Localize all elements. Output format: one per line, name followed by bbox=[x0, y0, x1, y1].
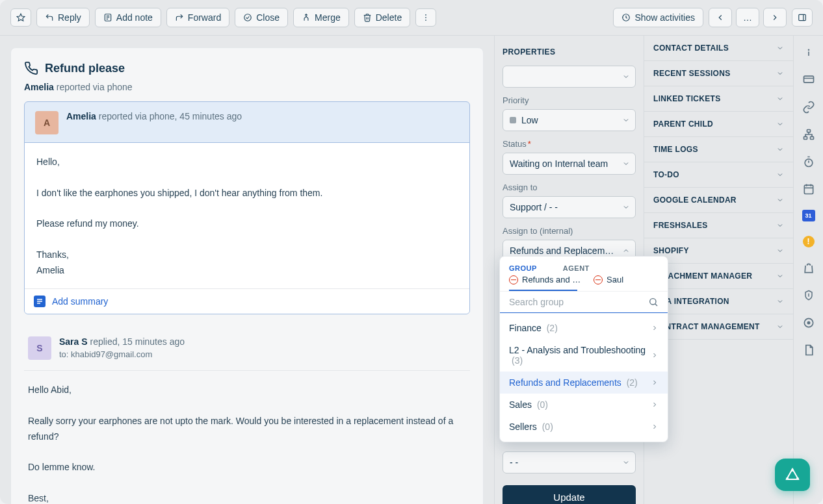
body-line: I don't like the earphones you shipped, … bbox=[36, 186, 458, 201]
more-actions-button[interactable] bbox=[415, 8, 436, 27]
chevron-down-icon bbox=[776, 171, 784, 179]
marketplace-fab[interactable] bbox=[775, 459, 810, 491]
remove-icon bbox=[594, 275, 603, 284]
reply-button[interactable]: Reply bbox=[36, 8, 90, 27]
phone-icon bbox=[24, 61, 38, 75]
close-button[interactable]: Close bbox=[235, 8, 288, 27]
reporter-name: Amelia bbox=[24, 82, 54, 92]
chevron-down-icon bbox=[776, 145, 784, 153]
accordion-recent-sessions[interactable]: RECENT SESSIONS bbox=[644, 61, 793, 86]
priority-select[interactable]: Low bbox=[503, 109, 636, 131]
hierarchy-icon[interactable] bbox=[802, 128, 815, 141]
group-option-refunds[interactable]: Refunds and Replacements (2) bbox=[500, 372, 668, 394]
jira-icon[interactable] bbox=[802, 316, 815, 329]
body-line: Thanks, bbox=[36, 247, 458, 263]
merge-label: Merge bbox=[315, 12, 341, 23]
chevron-down-icon bbox=[776, 196, 784, 204]
delete-button[interactable]: Delete bbox=[354, 8, 410, 27]
to-label: to: bbox=[59, 349, 68, 359]
to-value: khabid97@gmail.com bbox=[71, 349, 152, 359]
group-option-finance[interactable]: Finance (2) bbox=[500, 317, 668, 339]
svg-marker-0 bbox=[17, 14, 25, 21]
update-button[interactable]: Update bbox=[503, 485, 636, 504]
svg-rect-21 bbox=[810, 136, 813, 139]
document-icon[interactable] bbox=[802, 344, 815, 357]
body-line: Really sorry your earphones are not upto… bbox=[28, 414, 458, 445]
page-indicator[interactable]: … bbox=[736, 8, 759, 27]
chevron-right-icon bbox=[651, 324, 659, 332]
calendar-small-icon[interactable] bbox=[802, 183, 815, 195]
accordion-todo[interactable]: TO-DO bbox=[644, 162, 793, 188]
add-note-button[interactable]: Add note bbox=[95, 8, 161, 27]
show-activities-button[interactable]: Show activities bbox=[613, 8, 703, 27]
chevron-right-icon bbox=[651, 401, 659, 409]
chevron-down-icon bbox=[776, 272, 784, 280]
prev-ticket-button[interactable] bbox=[709, 8, 732, 27]
svg-rect-25 bbox=[804, 185, 813, 194]
info-icon[interactable] bbox=[802, 46, 815, 59]
body-line: Amelia bbox=[36, 263, 458, 279]
svg-point-15 bbox=[807, 49, 809, 51]
accordion-linked-tickets[interactable]: LINKED TICKETS bbox=[644, 86, 793, 112]
add-summary-button[interactable]: Add summary bbox=[25, 288, 469, 314]
assign-to-select[interactable]: Support / - - bbox=[503, 196, 636, 218]
group-option-sales[interactable]: Sales (0) bbox=[500, 394, 668, 416]
chevron-down-icon bbox=[776, 44, 784, 52]
group-chip[interactable]: Refunds and … bbox=[509, 275, 581, 284]
properties-heading: PROPERTIES bbox=[503, 47, 636, 57]
search-group-input[interactable] bbox=[509, 297, 648, 307]
close-label: Close bbox=[256, 12, 280, 23]
accordion-contact-details[interactable]: CONTACT DETAILS bbox=[644, 36, 793, 61]
chevron-up-icon bbox=[622, 247, 630, 255]
toggle-panel-button[interactable] bbox=[792, 8, 813, 27]
svg-rect-16 bbox=[808, 51, 809, 56]
type-select[interactable] bbox=[503, 66, 636, 88]
chevron-down-icon bbox=[776, 297, 784, 305]
priority-value: Low bbox=[521, 115, 538, 125]
star-button[interactable] bbox=[10, 8, 31, 27]
body-line: Hello Abid, bbox=[28, 383, 458, 398]
svg-point-34 bbox=[791, 469, 794, 472]
svg-rect-20 bbox=[803, 136, 807, 139]
conversation-column: Refund please Amelia reported via phone … bbox=[0, 36, 494, 504]
chevron-down-icon bbox=[776, 120, 784, 128]
group-option-sellers[interactable]: Sellers (0) bbox=[500, 416, 668, 438]
forward-button[interactable]: Forward bbox=[166, 8, 229, 27]
accordion-freshsales[interactable]: FRESHSALES bbox=[644, 213, 793, 238]
accordion-time-logs[interactable]: TIME LOGS bbox=[644, 137, 793, 162]
status-value: Waiting on Internal team bbox=[510, 158, 608, 169]
group-option-l2[interactable]: L2 - Analysis and Troubleshooting(3) bbox=[500, 339, 668, 372]
body-line: Please refund my money. bbox=[36, 216, 458, 232]
svg-point-8 bbox=[425, 19, 426, 21]
forward-label: Forward bbox=[188, 12, 221, 23]
shopify-icon[interactable] bbox=[802, 262, 815, 275]
avatar: S bbox=[28, 336, 51, 360]
status-select[interactable]: Waiting on Internal team bbox=[503, 153, 636, 175]
body-line: Do lemme know. bbox=[28, 460, 458, 475]
message-from: Amelia reported via phone, 45 minutes ag… bbox=[66, 111, 242, 121]
accordion-parent-child[interactable]: PARENT CHILD bbox=[644, 112, 793, 137]
assign-internal-popover: GROUP AGENT Refunds and … Saul Finance (… bbox=[499, 256, 668, 442]
remove-icon bbox=[509, 275, 518, 284]
group-list: Finance (2) L2 - Analysis and Troublesho… bbox=[500, 313, 668, 442]
stopwatch-icon[interactable] bbox=[802, 155, 815, 168]
agent-chip[interactable]: Saul bbox=[594, 275, 623, 284]
popover-tab-group[interactable]: GROUP bbox=[509, 264, 537, 272]
popover-tab-agent[interactable]: AGENT bbox=[563, 264, 590, 272]
chevron-down-icon bbox=[622, 203, 630, 211]
session-icon[interactable] bbox=[802, 73, 815, 86]
summary-icon bbox=[34, 296, 46, 307]
page-nav: … bbox=[709, 8, 787, 27]
next-ticket-button[interactable] bbox=[763, 8, 787, 27]
merge-button[interactable]: Merge bbox=[293, 8, 349, 27]
calendar-31-icon[interactable]: 31 bbox=[802, 210, 815, 221]
warning-icon[interactable]: ! bbox=[803, 236, 815, 247]
svg-point-31 bbox=[650, 299, 656, 305]
link-icon[interactable] bbox=[802, 101, 815, 114]
blank-select[interactable]: - - bbox=[503, 451, 636, 473]
accordion-google-calendar[interactable]: GOOGLE CALENDAR bbox=[644, 188, 793, 213]
attachment-icon[interactable] bbox=[802, 289, 815, 302]
status-label: Status bbox=[503, 139, 636, 149]
priority-label: Priority bbox=[503, 95, 636, 105]
message-from-meta: replied, 15 minutes ago bbox=[90, 336, 185, 347]
